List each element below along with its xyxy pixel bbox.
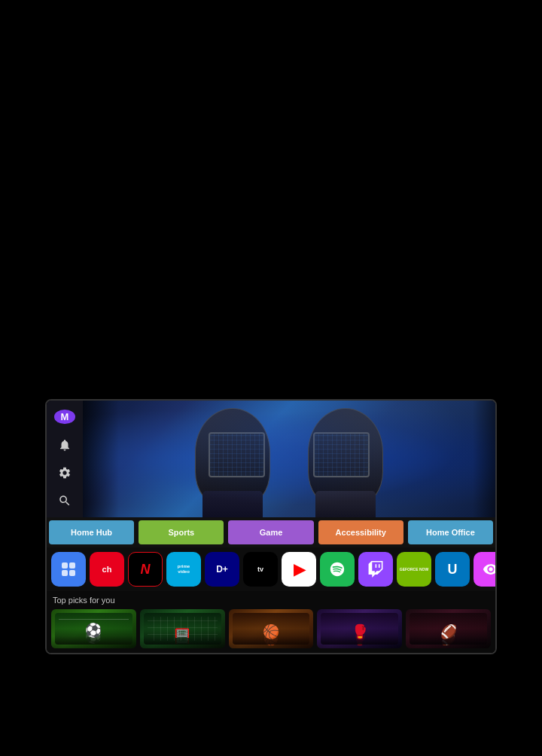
pick-soccer-match[interactable]: ⚽ <box>51 609 136 648</box>
tab-home-hub[interactable]: Home Hub <box>49 520 134 544</box>
app-prime-video[interactable]: primevideo <box>166 552 201 587</box>
tab-sports[interactable]: Sports <box>139 520 224 544</box>
app-youtube[interactable]: ▶ <box>282 552 316 587</box>
app-geforce-now[interactable]: GEFORCE NOW <box>397 552 431 587</box>
top-picks-section: Top picks for you ⚽ 🥅 🏀 <box>47 591 495 653</box>
tab-accessibility[interactable]: Accessibility <box>318 520 403 544</box>
settings-icon[interactable] <box>54 466 75 480</box>
pick-soccer-goal[interactable]: 🥅 <box>140 609 225 648</box>
app-ubisoft[interactable]: U <box>435 552 470 587</box>
app-disney-plus[interactable]: D+ <box>205 552 239 587</box>
tab-home-office[interactable]: Home Office <box>408 520 493 544</box>
app-spotify[interactable] <box>320 552 355 587</box>
top-picks-label: Top picks for you <box>51 596 491 605</box>
app-lg-channels[interactable]: ch <box>90 552 124 587</box>
nav-tabs-bar: Home Hub Sports Game Accessibility Home … <box>47 517 495 547</box>
tv-screen: M <box>45 399 497 654</box>
app-apple-tv[interactable]: tv <box>243 552 278 587</box>
app-eye-comfort[interactable] <box>473 552 495 587</box>
sidebar: M <box>47 401 83 517</box>
pick-boxing[interactable]: 🥊 <box>317 609 402 648</box>
main-content-area: M <box>47 401 495 517</box>
hero-image-content <box>83 401 495 517</box>
app-apps[interactable] <box>51 552 86 587</box>
pick-basketball[interactable]: 🏀 <box>229 609 314 648</box>
tab-game[interactable]: Game <box>228 520 313 544</box>
avatar[interactable]: M <box>54 410 75 424</box>
bell-icon[interactable] <box>54 437 75 452</box>
hero-banner <box>83 401 495 517</box>
pick-football[interactable]: 🏈 <box>406 609 491 648</box>
app-twitch[interactable] <box>358 552 393 587</box>
app-netflix[interactable]: N <box>128 552 163 587</box>
apps-row: ch N primevideo D+ tv ▶ <box>47 547 495 591</box>
search-icon[interactable] <box>54 494 75 508</box>
picks-row: ⚽ 🥅 🏀 🥊 <box>51 609 491 648</box>
